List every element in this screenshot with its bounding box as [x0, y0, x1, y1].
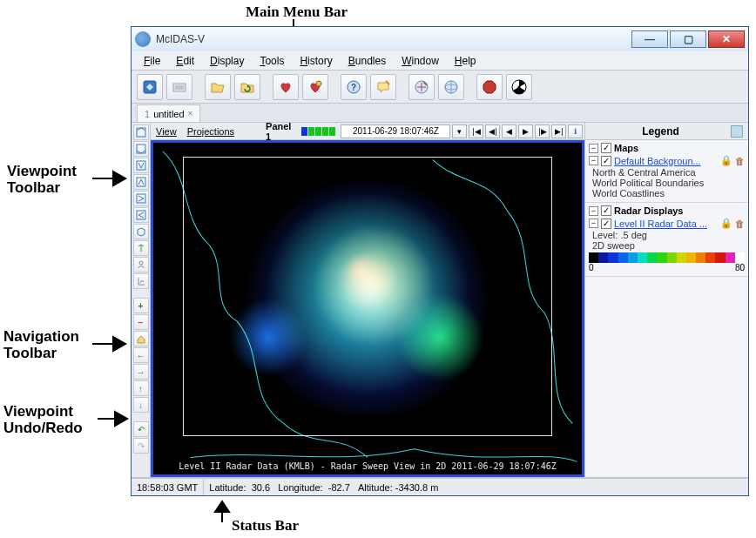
nav-home-button[interactable] — [133, 331, 149, 346]
anim-back-button[interactable]: ◀| — [485, 124, 500, 138]
radiation-icon — [511, 79, 527, 95]
view-west-button[interactable] — [133, 207, 149, 223]
support-icon — [375, 79, 391, 95]
radar-heading: Radar Displays — [614, 205, 683, 216]
nav-left-button[interactable]: ← — [133, 347, 149, 363]
defaultbg-link[interactable]: Default Backgroun... — [614, 156, 718, 166]
anim-play-button[interactable]: ▶ — [518, 124, 533, 138]
colorbar[interactable] — [589, 252, 745, 263]
svg-point-18 — [139, 261, 143, 265]
close-button[interactable]: ✕ — [708, 30, 745, 48]
toolbar-guides-button[interactable] — [408, 74, 435, 100]
nav-down-button[interactable]: ↓ — [133, 397, 149, 413]
anim-forward-button[interactable]: |▶ — [535, 124, 550, 138]
menu-tools[interactable]: Tools — [253, 53, 291, 69]
toolbar-data-source-button[interactable] — [137, 74, 163, 100]
maps-visibility-checkbox[interactable]: ✓ — [601, 143, 611, 153]
legend-title: Legend — [591, 125, 731, 138]
radaritem-collapse-toggle[interactable]: − — [589, 219, 598, 228]
main-viewport[interactable]: Level II Radar Data (KMLB) - Radar Sweep… — [151, 140, 584, 477]
scene: Level II Radar Data (KMLB) - Radar Sweep… — [153, 143, 582, 474]
app-icon — [135, 31, 151, 47]
toolbar-fav-manage-button[interactable] — [302, 74, 328, 100]
redo-button[interactable]: ↷ — [133, 438, 149, 454]
undo-button[interactable]: ↶ — [133, 421, 149, 437]
defaultbg-visibility-checkbox[interactable]: ✓ — [601, 156, 611, 166]
nav-up-button[interactable]: ↑ — [133, 380, 149, 396]
view-rotate-button[interactable] — [133, 240, 149, 256]
toolbar-open-button[interactable] — [205, 74, 231, 100]
view-north-button[interactable] — [133, 158, 149, 173]
tab-strip: 1 untitled × — [132, 104, 748, 123]
display-projections-menu[interactable]: Projections — [187, 126, 234, 137]
toolbar-remove-all-button[interactable] — [506, 74, 532, 100]
frame-box — [308, 127, 314, 136]
trash-icon[interactable]: 🗑 — [735, 219, 745, 229]
radar-visibility-checkbox[interactable]: ✓ — [601, 205, 611, 216]
menu-window[interactable]: Window — [395, 53, 446, 69]
minimize-button[interactable]: — — [631, 30, 668, 48]
scene-caption: Level II Radar Data (KMLB) - Radar Sweep… — [153, 461, 582, 471]
maps-collapse-toggle[interactable]: − — [589, 144, 598, 153]
toolbar-help-button[interactable]: ? — [341, 74, 367, 100]
tab-close-button[interactable]: × — [188, 109, 193, 118]
menu-file[interactable]: File — [137, 53, 167, 69]
arrow-up-status — [213, 500, 232, 522]
anim-last-button[interactable]: ▶| — [551, 124, 566, 138]
view-user-button[interactable] — [133, 257, 149, 272]
time-readout: 2011-06-29 18:07:46Z — [341, 124, 450, 138]
maximize-button[interactable]: ▢ — [670, 30, 706, 48]
time-animation-controls: 2011-06-29 18:07:46Z ▾ |◀ ◀| ◀ ▶ |▶ ▶| ℹ — [301, 124, 583, 138]
menu-bundles[interactable]: Bundles — [341, 53, 393, 69]
radar-collapse-toggle[interactable]: − — [589, 206, 598, 216]
view-east-button[interactable] — [133, 191, 149, 206]
view-south-button[interactable] — [133, 174, 149, 190]
anim-play-back-button[interactable]: ◀ — [502, 124, 516, 138]
view-bottom-button[interactable] — [133, 141, 149, 157]
radaritem-visibility-checkbox[interactable]: ✓ — [601, 219, 611, 229]
tab-untitled[interactable]: 1 untitled × — [137, 104, 200, 122]
menu-help[interactable]: Help — [448, 53, 483, 69]
view-top-button[interactable] — [133, 124, 149, 140]
trash-icon[interactable]: 🗑 — [735, 156, 745, 166]
toolbar-stop-button[interactable] — [476, 74, 503, 100]
lock-icon[interactable]: 🔒 — [720, 155, 732, 166]
svg-rect-12 — [137, 128, 145, 137]
nav-right-button[interactable]: → — [133, 364, 149, 380]
toolbar-reload-button[interactable] — [234, 74, 260, 100]
folder-reload-icon — [240, 79, 255, 95]
colorbar-max: 80 — [735, 263, 745, 272]
anim-props-button[interactable]: ℹ — [568, 124, 583, 138]
frame-box — [322, 127, 328, 136]
legend-header: Legend — [585, 123, 748, 140]
anim-first-button[interactable]: |◀ — [469, 124, 483, 138]
radar-sweep-label: 2D sweep — [589, 240, 745, 251]
menu-display[interactable]: Display — [203, 53, 251, 69]
frame-box — [329, 127, 335, 136]
radaritem-link[interactable]: Level II Radar Data ... — [614, 219, 718, 229]
toolbar-support-button[interactable] — [370, 74, 396, 100]
maps-heading: Maps — [614, 143, 638, 153]
display-view-menu[interactable]: View — [156, 126, 177, 137]
title-bar[interactable]: McIDAS-V — ▢ ✕ — [132, 27, 748, 51]
panel-label: Panel 1 — [266, 121, 291, 142]
toolbar-fav-save-button[interactable] — [273, 74, 299, 100]
defaultbg-collapse-toggle[interactable]: − — [589, 156, 598, 165]
time-dropdown-button[interactable]: ▾ — [452, 124, 467, 138]
view-perspective-button[interactable] — [133, 224, 149, 239]
view-vertical-scale-button[interactable] — [133, 273, 149, 289]
status-bar: 18:58:03 GMT Latitude: 30.6 Longitude: -… — [132, 478, 748, 495]
main-toolbar: ? — [132, 71, 748, 104]
annotation-main-menu: Main Menu Bar — [246, 3, 348, 21]
menu-edit[interactable]: Edit — [169, 53, 201, 69]
toolbar-dashboard-button[interactable] — [166, 74, 192, 100]
legend-panel: Legend − ✓ Maps − ✓ Default Backgroun...… — [584, 123, 748, 477]
lock-icon[interactable]: 🔒 — [720, 218, 732, 229]
toolbar-about-button[interactable] — [438, 74, 464, 100]
nav-zoom-in-button[interactable]: + — [133, 298, 149, 313]
menu-history[interactable]: History — [293, 53, 339, 69]
legend-float-button[interactable] — [731, 125, 743, 138]
frame-box — [301, 127, 307, 136]
nav-zoom-out-button[interactable]: − — [133, 314, 149, 330]
globe-icon — [443, 79, 459, 95]
